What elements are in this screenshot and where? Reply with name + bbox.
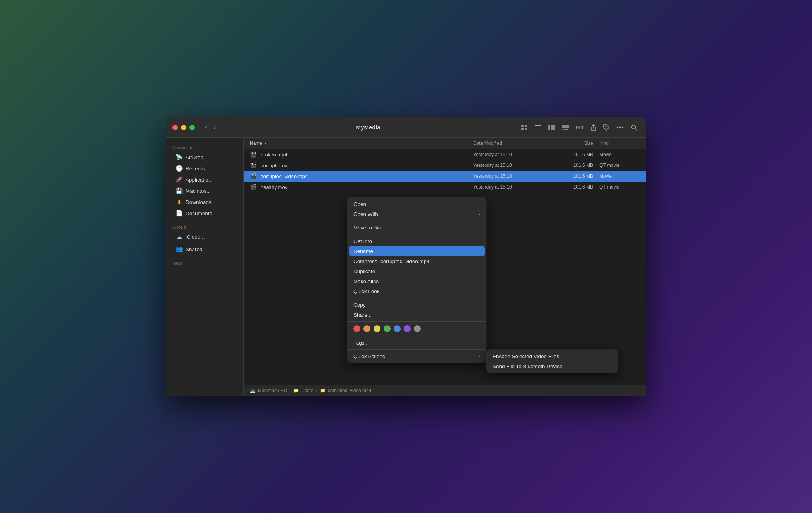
file-name: healthy.mov: [261, 184, 473, 190]
sidebar-item-documents[interactable]: 📄 Documents: [169, 208, 240, 219]
share-button[interactable]: [589, 122, 599, 132]
macintosh-icon: 💾: [176, 187, 183, 194]
col-date-header: Date Modified: [473, 141, 551, 146]
sidebar-item-airdrop[interactable]: 📡 AirDrop: [169, 152, 240, 163]
search-button[interactable]: [629, 123, 640, 132]
airdrop-icon: 📡: [176, 154, 183, 161]
maximize-button[interactable]: [189, 125, 195, 130]
menu-item-open[interactable]: Open: [347, 199, 486, 209]
view-list-button[interactable]: [532, 123, 543, 132]
svg-rect-0: [521, 125, 524, 127]
group-by-button[interactable]: ⊞ ▾: [573, 123, 587, 132]
col-name-header: Name ▲: [250, 141, 473, 146]
menu-item-share[interactable]: Share...: [347, 310, 486, 320]
sidebar-item-applications[interactable]: 🚀 Applicatio...: [169, 174, 240, 185]
main-content: Favourites 📡 AirDrop 🕐 Recents 🚀 Applica…: [166, 138, 646, 396]
file-kind: Movie: [593, 152, 640, 157]
file-date: Yesterday at 15:10: [473, 163, 551, 168]
menu-item-compress[interactable]: Compress "corrupted_video.mp4": [347, 256, 486, 266]
tag-button[interactable]: [601, 123, 612, 132]
svg-rect-4: [535, 125, 541, 126]
downloads-icon: ⬇: [176, 199, 183, 206]
svg-rect-6: [535, 129, 541, 129]
forward-button[interactable]: ›: [211, 122, 218, 133]
recents-label: Recents: [186, 166, 205, 172]
file-size: 101,6 MB: [551, 184, 593, 190]
view-gallery-button[interactable]: [560, 123, 571, 132]
tag-yellow[interactable]: [374, 325, 380, 332]
airdrop-label: AirDrop: [186, 155, 203, 160]
file-size: 101,6 MB: [551, 173, 593, 179]
tag-green[interactable]: [384, 325, 391, 332]
breadcrumb: 💻 Macintosh HD › 📁 Users › 📁 corrupted_v…: [250, 388, 371, 393]
file-icon: 🎬: [250, 162, 258, 168]
file-name: corrupted_video.mp4: [261, 173, 473, 179]
svg-rect-12: [564, 129, 566, 130]
view-icons-button[interactable]: [519, 123, 530, 132]
tags-row: [347, 323, 486, 334]
menu-item-move-to-bin[interactable]: Move to Bin: [347, 223, 486, 233]
tag-orange[interactable]: [363, 325, 370, 332]
downloads-label: Downloads: [186, 199, 212, 205]
table-row[interactable]: 🎬 corrupted_video.mp4 Yesterday at 15:10…: [244, 171, 646, 182]
menu-item-copy[interactable]: Copy: [347, 300, 486, 310]
table-row[interactable]: 🎬 corrupt.mov Yesterday at 15:10 101,6 M…: [244, 160, 646, 171]
svg-rect-2: [521, 128, 524, 130]
close-button[interactable]: [172, 125, 178, 130]
svg-rect-5: [535, 127, 541, 127]
menu-item-open-with[interactable]: Open With ›: [347, 209, 486, 219]
tag-red[interactable]: [353, 325, 360, 332]
sidebar-item-downloads[interactable]: ⬇ Downloads: [169, 197, 240, 207]
macintosh-hd-icon: 💻: [250, 388, 256, 393]
svg-rect-9: [553, 125, 555, 130]
minimize-button[interactable]: [181, 125, 186, 130]
file-area: Name ▲ Date Modified Size Kind 🎬 broken.…: [244, 138, 646, 396]
col-kind-header: Kind: [593, 141, 640, 146]
macintosh-label: Macintos...: [186, 188, 211, 194]
menu-item-quick-actions[interactable]: Quick Actions › Encode Selected Video Fi…: [347, 351, 486, 361]
sidebar-item-icloud[interactable]: ☁ iCloud...: [169, 231, 240, 242]
table-row[interactable]: 🎬 healthy.mov Yesterday at 15:10 101,6 M…: [244, 182, 646, 192]
file-icon: 🎬: [250, 151, 258, 158]
tags-label: Tags: [166, 258, 243, 267]
breadcrumb-file: corrupted_video.mp4: [328, 388, 372, 393]
file-date: Yesterday at 15:10: [473, 173, 551, 179]
col-size-header: Size: [551, 141, 593, 146]
icloud-label: iCloud: [166, 222, 243, 231]
menu-separator: [347, 349, 486, 350]
folder-icon-2: 📁: [320, 388, 326, 393]
title-bar: ‹ › MyMedia: [166, 117, 646, 138]
menu-item-duplicate[interactable]: Duplicate: [347, 266, 486, 276]
recents-icon: 🕐: [176, 165, 183, 172]
menu-separator: [347, 298, 486, 298]
tag-purple[interactable]: [404, 325, 411, 332]
menu-item-make-alias[interactable]: Make Alias: [347, 276, 486, 286]
icloud-icon: ☁: [176, 233, 183, 240]
sidebar-item-macintosh[interactable]: 💾 Macintos...: [169, 185, 240, 196]
finder-window: ‹ › MyMedia: [166, 117, 646, 396]
svg-rect-7: [548, 125, 550, 130]
menu-item-send-bluetooth[interactable]: Send File To Bluetooth Device: [486, 361, 618, 371]
menu-item-encode-video[interactable]: Encode Selected Video Files: [486, 351, 618, 361]
menu-item-tags[interactable]: Tags...: [347, 338, 486, 348]
toolbar-icons: ⊞ ▾ •••: [519, 122, 640, 132]
back-button[interactable]: ‹: [203, 122, 210, 133]
documents-label: Documents: [186, 211, 212, 216]
menu-item-quick-look[interactable]: Quick Look: [347, 286, 486, 296]
view-columns-button[interactable]: [546, 123, 557, 132]
file-size: 101,6 MB: [551, 152, 593, 157]
tag-blue[interactable]: [394, 325, 401, 332]
submenu-arrow-icon: ›: [479, 353, 480, 359]
menu-item-rename[interactable]: Rename: [349, 246, 485, 256]
icloud-label-text: iCloud...: [186, 234, 205, 240]
column-header: Name ▲ Date Modified Size Kind: [244, 138, 646, 149]
table-row[interactable]: 🎬 broken.mp4 Yesterday at 15:10 101,6 MB…: [244, 149, 646, 160]
sidebar-item-recents[interactable]: 🕐 Recents: [169, 163, 240, 174]
tag-gray[interactable]: [414, 325, 421, 332]
more-button[interactable]: •••: [614, 122, 626, 132]
menu-item-get-info[interactable]: Get Info: [347, 236, 486, 246]
shared-label: Shared: [186, 246, 203, 252]
file-date: Yesterday at 15:10: [473, 184, 551, 190]
sidebar-item-shared[interactable]: 👥 Shared: [169, 244, 240, 255]
svg-rect-11: [562, 129, 563, 130]
